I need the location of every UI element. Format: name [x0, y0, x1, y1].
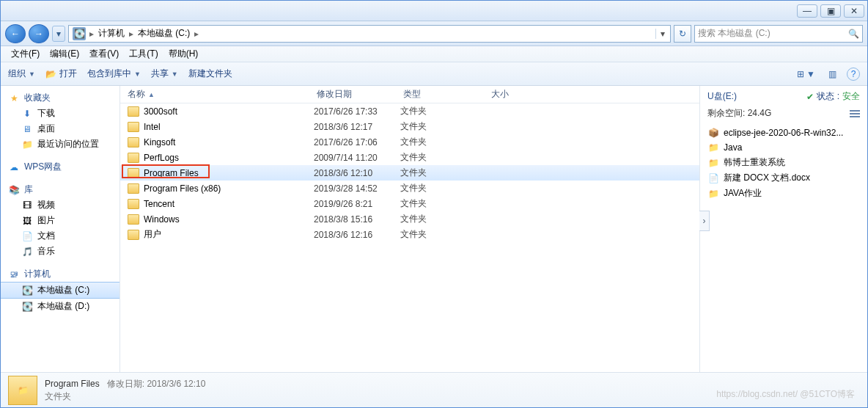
file-date: 2017/6/26 17:33: [314, 106, 400, 117]
sidebar-favorites[interactable]: ★收藏夹: [1, 90, 119, 106]
file-row[interactable]: 用户2018/3/6 12:16文件夹: [120, 227, 699, 242]
video-icon: 🎞: [21, 200, 33, 211]
file-row[interactable]: 3000soft2017/6/26 17:33文件夹: [120, 103, 699, 119]
forward-button[interactable]: →: [29, 24, 49, 43]
chevron-down-icon: ▼: [172, 70, 178, 78]
view-options-button[interactable]: ⊞ ▼: [794, 68, 818, 81]
chevron-down-icon: ▼: [29, 70, 35, 78]
menu-view[interactable]: 查看(V): [85, 46, 123, 62]
file-row[interactable]: Windows2018/3/8 15:16文件夹: [120, 211, 699, 227]
close-button[interactable]: ✕: [844, 4, 864, 18]
sort-asc-icon: ▲: [148, 91, 155, 98]
file-row[interactable]: Intel2018/3/6 12:17文件夹: [120, 119, 699, 134]
titlebar: — ▣ ✕: [1, 1, 867, 21]
preview-item[interactable]: 📁Java: [707, 140, 860, 155]
maximize-button[interactable]: ▣: [820, 4, 841, 18]
file-type: 文件夹: [400, 182, 488, 194]
organize-button[interactable]: 组织▼: [8, 68, 35, 80]
preview-free-space: 剩余空间: 24.4G: [707, 107, 771, 120]
file-date: 2018/3/6 12:16: [314, 230, 400, 240]
share-button[interactable]: 共享▼: [151, 68, 178, 80]
file-type: 文件夹: [400, 167, 488, 179]
breadcrumb-computer[interactable]: 计算机: [95, 27, 128, 40]
preview-drive-label: U盘(E:): [707, 90, 737, 103]
sidebar-desktop[interactable]: 🖥桌面: [1, 121, 119, 136]
file-date: 2018/3/6 12:10: [314, 168, 400, 178]
drive-icon: 💽: [73, 27, 86, 40]
address-dropdown-button[interactable]: ▾: [655, 29, 669, 39]
menu-file[interactable]: 文件(F): [7, 46, 44, 62]
file-name: Program Files: [144, 168, 314, 178]
sidebar-downloads[interactable]: ⬇下载: [1, 106, 119, 121]
file-row[interactable]: Kingsoft2017/6/26 17:06文件夹: [120, 134, 699, 150]
preview-item[interactable]: 📄新建 DOCX 文档.docx: [707, 170, 860, 186]
folder-icon: [128, 122, 139, 132]
preview-item[interactable]: 📁JAVA作业: [707, 186, 860, 201]
menu-edit[interactable]: 编辑(E): [45, 46, 84, 62]
history-dropdown-button[interactable]: ▾: [52, 26, 65, 42]
column-name[interactable]: 名称▲: [120, 88, 309, 101]
address-bar[interactable]: 💽 ▸ 计算机 ▸ 本地磁盘 (C:) ▸ ▾: [68, 25, 671, 43]
menu-help[interactable]: 帮助(H): [164, 46, 203, 62]
refresh-button[interactable]: ↻: [674, 25, 691, 43]
file-row[interactable]: Program Files (x86)2019/3/28 14:52文件夹: [120, 181, 699, 196]
file-type: 文件夹: [400, 136, 488, 148]
folder-icon: [128, 153, 139, 163]
search-input[interactable]: 搜索 本地磁盘 (C:) 🔍: [694, 25, 863, 43]
file-name: 用户: [144, 228, 314, 241]
column-date[interactable]: 修改日期: [309, 88, 396, 101]
file-row[interactable]: Program Files2018/3/6 12:10文件夹: [120, 165, 699, 181]
star-icon: ★: [8, 92, 20, 104]
file-date: 2018/3/6 12:17: [314, 122, 400, 132]
file-name: 3000soft: [144, 106, 314, 117]
sidebar-videos[interactable]: 🎞视频: [1, 197, 119, 213]
preview-file-list: 📦eclipse-jee-2020-06-R-win32...📁Java📁韩博士…: [707, 125, 860, 201]
minimize-button[interactable]: —: [797, 4, 817, 18]
menu-icon[interactable]: [850, 109, 860, 119]
open-button[interactable]: 📂打开: [45, 68, 77, 80]
library-icon: 📚: [8, 184, 20, 196]
sidebar-pictures[interactable]: 🖼图片: [1, 213, 119, 228]
download-icon: ⬇: [21, 108, 33, 120]
menu-bar: 文件(F) 编辑(E) 查看(V) 工具(T) 帮助(H): [1, 46, 867, 62]
sidebar-music[interactable]: 🎵音乐: [1, 244, 119, 259]
preview-item-label: eclipse-jee-2020-06-R-win32...: [724, 128, 843, 138]
preview-item[interactable]: 📦eclipse-jee-2020-06-R-win32...: [707, 125, 860, 140]
file-list: 3000soft2017/6/26 17:33文件夹Intel2018/3/6 …: [120, 103, 699, 372]
file-list-pane: 名称▲ 修改日期 类型 大小 3000soft2017/6/26 17:33文件…: [120, 86, 700, 372]
sidebar-documents[interactable]: 📄文档: [1, 228, 119, 244]
column-size[interactable]: 大小: [484, 88, 542, 101]
check-icon: ✔: [806, 92, 814, 102]
sidebar-drive-d[interactable]: 💽本地磁盘 (D:): [1, 299, 119, 314]
sidebar-wps-cloud[interactable]: ☁WPS网盘: [1, 159, 119, 175]
preview-item-label: JAVA作业: [724, 187, 762, 200]
preview-item[interactable]: 📁韩博士重装系统: [707, 155, 860, 170]
collapse-preview-button[interactable]: ›: [699, 211, 710, 231]
file-row[interactable]: Tencent2019/9/26 8:21文件夹: [120, 196, 699, 211]
include-in-library-button[interactable]: 包含到库中▼: [87, 68, 141, 80]
sidebar-libraries[interactable]: 📚库: [1, 182, 119, 197]
back-button[interactable]: ←: [5, 24, 26, 43]
file-row[interactable]: PerfLogs2009/7/14 11:20文件夹: [120, 150, 699, 165]
search-icon[interactable]: 🔍: [848, 29, 859, 39]
breadcrumb-arrow-icon[interactable]: ▸: [88, 29, 95, 39]
sidebar-computer[interactable]: 🖳计算机: [1, 266, 119, 282]
folder-icon: [128, 230, 139, 240]
breadcrumb-arrow-icon[interactable]: ▸: [193, 29, 200, 39]
preview-item-label: 韩博士重装系统: [724, 156, 785, 169]
status-bar: 📁 Program Files 修改日期: 2018/3/6 12:10 文件夹: [1, 372, 867, 407]
file-icon: 📄: [707, 172, 719, 184]
file-type: 文件夹: [400, 228, 488, 241]
new-folder-button[interactable]: 新建文件夹: [188, 68, 232, 80]
breadcrumb-arrow-icon[interactable]: ▸: [128, 29, 135, 39]
preview-pane-toggle[interactable]: ▥: [825, 68, 839, 81]
toolbar: 组织▼ 📂打开 包含到库中▼ 共享▼ 新建文件夹 ⊞ ▼ ▥ ?: [1, 62, 867, 86]
sidebar-drive-c[interactable]: 💽本地磁盘 (C:): [1, 282, 119, 299]
breadcrumb-drive-c[interactable]: 本地磁盘 (C:): [135, 27, 193, 40]
help-button[interactable]: ?: [847, 68, 860, 81]
sidebar-recent-places[interactable]: 📁最近访问的位置: [1, 136, 119, 152]
file-name: Program Files (x86): [144, 183, 314, 194]
menu-tools[interactable]: 工具(T): [125, 46, 162, 62]
cloud-icon: ☁: [8, 161, 20, 173]
column-type[interactable]: 类型: [396, 88, 484, 101]
